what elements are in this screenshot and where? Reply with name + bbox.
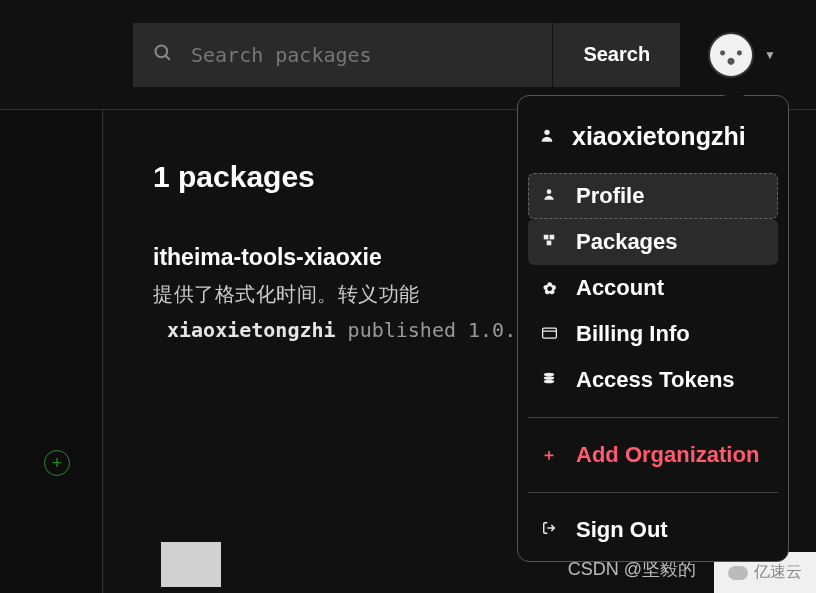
cloud-icon: [728, 566, 748, 580]
menu-label: Add Organization: [576, 442, 759, 468]
svg-point-9: [544, 373, 555, 377]
svg-rect-7: [542, 328, 556, 338]
dropdown-username: xiaoxietongzhi: [528, 104, 778, 173]
menu-label: Sign Out: [576, 517, 668, 543]
avatar: [708, 32, 754, 78]
menu-label: Account: [576, 275, 664, 301]
svg-point-0: [156, 45, 168, 57]
divider: [528, 417, 778, 418]
svg-point-3: [547, 189, 552, 194]
svg-rect-5: [550, 235, 555, 240]
brand-text: 亿速云: [754, 562, 802, 583]
menu-label: Access Tokens: [576, 367, 735, 393]
boxes-icon: [540, 233, 558, 251]
plus-icon: ＋: [540, 445, 558, 466]
menu-sign-out[interactable]: Sign Out: [528, 507, 778, 553]
svg-point-10: [544, 376, 555, 380]
svg-rect-6: [547, 241, 552, 246]
sign-out-icon: [540, 521, 558, 539]
search-icon: [153, 43, 173, 67]
package-author[interactable]: xiaoxietongzhi: [167, 318, 336, 342]
menu-label: Profile: [576, 183, 644, 209]
plus-icon: +: [52, 453, 63, 474]
menu-add-org[interactable]: ＋ Add Organization: [528, 432, 778, 478]
dropdown-username-text: xiaoxietongzhi: [572, 122, 746, 151]
menu-label: Billing Info: [576, 321, 690, 347]
card-icon: [540, 325, 558, 343]
user-icon: [538, 127, 556, 147]
gear-icon: ✿: [540, 279, 558, 298]
sidebar: +: [0, 110, 102, 593]
divider: [528, 492, 778, 493]
svg-point-11: [544, 380, 555, 384]
search-box[interactable]: [133, 23, 552, 87]
search-container: Search: [133, 23, 680, 87]
placeholder-card: [161, 542, 221, 587]
menu-tokens[interactable]: Access Tokens: [528, 357, 778, 403]
svg-rect-4: [544, 235, 549, 240]
chevron-down-icon: ▼: [764, 48, 776, 62]
add-button[interactable]: +: [44, 450, 70, 476]
user-dropdown: xiaoxietongzhi Profile Packages ✿ Accoun…: [517, 95, 789, 562]
search-button[interactable]: Search: [552, 23, 680, 87]
svg-line-1: [166, 55, 170, 59]
menu-account[interactable]: ✿ Account: [528, 265, 778, 311]
header: Search ▼: [0, 0, 816, 110]
menu-label: Packages: [576, 229, 678, 255]
user-icon: [540, 187, 558, 205]
search-input[interactable]: [191, 43, 532, 67]
tokens-icon: [540, 371, 558, 389]
user-menu-trigger[interactable]: ▼: [708, 32, 776, 78]
svg-point-2: [544, 129, 549, 134]
menu-profile[interactable]: Profile: [528, 173, 778, 219]
menu-packages[interactable]: Packages: [528, 219, 778, 265]
menu-billing[interactable]: Billing Info: [528, 311, 778, 357]
